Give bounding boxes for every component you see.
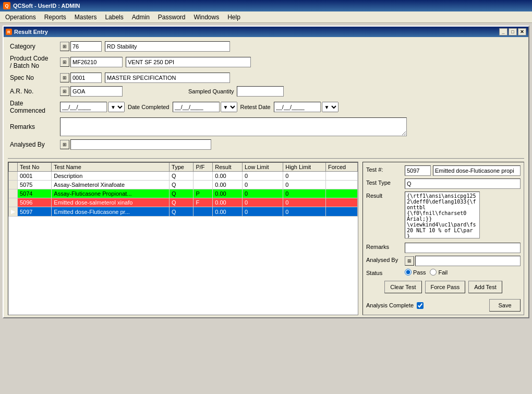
dates-row: Date Commenced ▼ Date Completed ▼ Retest… [10,100,522,114]
detail-analysed-by-lookup-btn[interactable]: ⊞ [405,256,414,266]
cell-testNo: 0001 [18,172,52,181]
spec-no-lookup-btn[interactable]: ⊞ [60,73,69,82]
table-row[interactable]: 5075Assay-Salmeterol XinafoateQ0.0000 [9,181,358,189]
ar-no-field[interactable] [70,86,123,97]
cell-lowLimit: 0 [242,181,283,189]
row-indicator [9,181,18,189]
menu-admin[interactable]: Admin [128,13,154,22]
date-commenced-group: ▼ [60,102,125,112]
table-row[interactable]: 0001DescriptionQ0.0000 [9,172,358,181]
cell-testName: Assay-Fluticasone Propionat... [52,189,170,198]
spec-name-field[interactable] [105,73,230,83]
force-pass-button[interactable]: Force Pass [425,281,466,293]
save-button[interactable]: Save [489,299,521,312]
result-label: Result [366,192,403,199]
test-num-input-group [405,165,521,176]
test-type-row: Test Type [366,178,521,189]
category-code-field[interactable] [70,41,102,52]
row-indicator [9,189,18,198]
date-completed-dropdown[interactable]: ▼ [221,102,237,112]
result-textarea[interactable]: {\rtf1\ansi\ansicpg1252\deff0\deflang103… [405,192,480,238]
date-commenced-field[interactable] [60,102,107,112]
detail-analysed-by-field[interactable] [415,256,521,266]
menu-operations[interactable]: Operations [1,13,40,22]
main-window: R Result Entry _ □ ✕ Category ⊞ Product … [3,26,529,318]
analysis-complete-checkbox[interactable] [417,302,424,309]
window-controls: _ □ ✕ [499,28,526,35]
analysed-by-label: Analysed By [10,141,57,148]
app-title: QCSoft - UserID : ADMIN [13,3,80,9]
test-type-label: Test Type [366,178,403,186]
minimize-button[interactable]: _ [499,28,507,35]
add-test-button[interactable]: Add Test [468,281,502,293]
spec-code-field[interactable] [70,73,102,83]
cell-testName: Description [52,172,170,181]
analysis-complete-label: Analysis Complete [366,302,414,308]
cell-highLimit: 0 [283,172,326,181]
window-icon: R [6,29,12,35]
result-row: Result {\rtf1\ansi\ansicpg1252\deff0\def… [366,192,521,240]
menu-bar: Operations Reports Masters Labels Admin … [0,11,532,23]
ar-no-lookup-btn[interactable]: ⊞ [60,87,69,96]
sampled-qty-field[interactable] [237,86,284,97]
menu-reports[interactable]: Reports [40,13,70,22]
retest-date-field[interactable] [274,102,321,112]
test-type-field[interactable] [405,178,521,189]
test-num-field[interactable] [405,165,431,176]
cell-lowLimit: 0 [242,198,283,207]
product-name-field[interactable] [126,57,251,67]
cell-type: Q [170,181,194,189]
cell-pf [194,172,213,181]
analysis-complete-row: Analysis Complete [366,302,424,309]
date-completed-field[interactable] [173,102,220,112]
close-button[interactable]: ✕ [518,28,526,35]
category-row: Category ⊞ [10,41,522,52]
clear-test-button[interactable]: Clear Test [384,281,421,293]
status-row: Status Pass Fail [366,269,521,276]
result-container: {\rtf1\ansi\ansicpg1252\deff0\deflang103… [405,192,521,240]
product-code-field[interactable] [70,57,123,67]
test-table: Test No Test Name Type P/F Result Low Li… [8,162,358,217]
cell-pf [194,181,213,189]
product-code-input-group: ⊞ [60,57,123,67]
status-fail-radio[interactable] [430,269,437,276]
cell-highLimit: 0 [283,181,326,189]
detail-remarks-field[interactable] [405,243,521,253]
menu-windows[interactable]: Windows [190,13,224,22]
menu-help[interactable]: Help [223,13,245,22]
status-fail-label: Fail [438,269,448,276]
cell-pf: P [194,189,213,198]
cell-pf: F [194,198,213,207]
app-title-bar: Q QCSoft - UserID : ADMIN [0,0,532,11]
remarks-field[interactable] [60,117,407,136]
analysed-by-lookup-btn[interactable]: ⊞ [60,140,69,149]
detail-analysed-by-group: ⊞ [405,256,521,266]
test-name-field[interactable] [433,165,521,176]
col-high-limit: High Limit [283,163,326,172]
retest-date-dropdown[interactable]: ▼ [322,102,338,112]
status-pass-radio[interactable] [405,269,412,276]
category-lookup-btn[interactable]: ⊞ [60,42,69,51]
table-row[interactable]: ▶5097Emitted dose-Fluticasone pr...Q0.00… [9,207,358,217]
category-name-field[interactable] [105,41,230,52]
cell-testName: Emitted dose-Fluticasone pr... [52,207,170,217]
cell-forced [325,181,357,189]
cell-result: 0.00 [213,198,243,207]
ar-no-label: A.R. No. [10,88,57,95]
menu-masters[interactable]: Masters [70,13,101,22]
spec-no-input-group: ⊞ [60,73,102,83]
analysed-by-field[interactable] [70,139,211,150]
col-forced: Forced [325,163,357,172]
remarks-row: Remarks [10,117,522,136]
table-row[interactable]: 5074Assay-Fluticasone Propionat...QP0.00… [9,189,358,198]
date-commenced-dropdown[interactable]: ▼ [108,102,125,112]
cell-forced [325,172,357,181]
product-code-lookup-btn[interactable]: ⊞ [60,57,69,67]
table-row[interactable]: 5096Emitted dose-salmeterol xinafoQF0.00… [9,198,358,207]
menu-password[interactable]: Password [154,13,190,22]
cell-forced [325,207,357,217]
cell-result: 0.00 [213,207,243,217]
menu-labels[interactable]: Labels [101,13,127,22]
col-low-limit: Low Limit [242,163,283,172]
maximize-button[interactable]: □ [509,28,517,35]
